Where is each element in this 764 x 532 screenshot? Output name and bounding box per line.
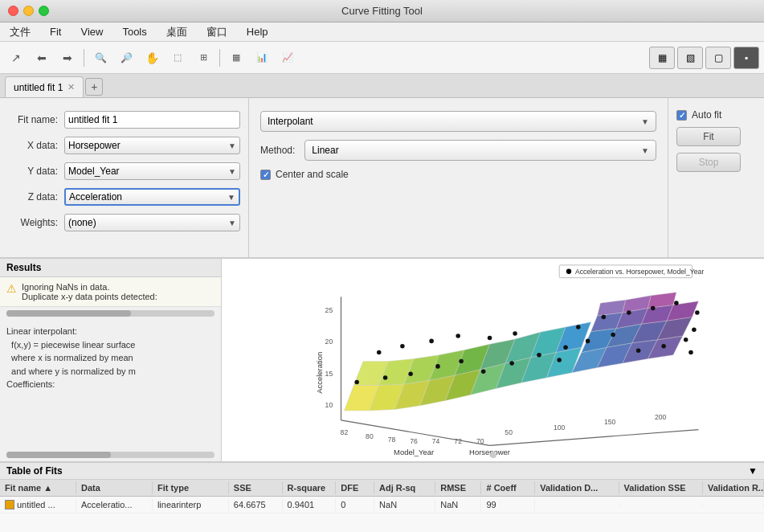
svg-point-57: [459, 359, 464, 364]
table-title-label: Table of Fits: [6, 465, 63, 477]
weights-select[interactable]: (none) ▼: [64, 214, 240, 231]
fit-type-value: Interpolant: [268, 116, 313, 127]
th-sse[interactable]: SSE: [229, 481, 283, 494]
td-vald: [535, 503, 619, 506]
svg-text:72: 72: [454, 437, 462, 445]
chart-svg: Acceleration vs. Horsepower, Model_Year …: [222, 259, 764, 461]
svg-point-53: [354, 380, 359, 385]
svg-point-68: [636, 348, 641, 353]
th-valsse[interactable]: Validation SSE: [619, 481, 703, 494]
toolbar-back-icon[interactable]: ⬅: [31, 47, 53, 69]
menu-desktop[interactable]: 桌面: [163, 23, 190, 41]
svg-text:10: 10: [325, 401, 333, 409]
toolbar-pan-icon[interactable]: ✋: [141, 47, 163, 69]
y-data-row: Y data: Model_Year ▼: [8, 162, 240, 180]
th-adjrsq[interactable]: Adj R-sq: [374, 481, 435, 494]
toolbar-graph-icon[interactable]: 📊: [251, 47, 273, 69]
menu-window[interactable]: 窗口: [203, 23, 231, 41]
menu-fit[interactable]: Fit: [47, 24, 64, 39]
toolbar-curve-icon[interactable]: 📈: [276, 47, 299, 69]
th-coeff[interactable]: # Coeff: [481, 481, 535, 494]
method-dropdown[interactable]: Linear ▼: [304, 140, 656, 161]
tab-untitled-fit-1[interactable]: untitled fit 1 ✕: [5, 76, 84, 97]
th-vald[interactable]: Validation D...: [535, 481, 619, 494]
toolbar-zoom-in-icon[interactable]: 🔍: [89, 47, 112, 69]
toolbar-grid-icon[interactable]: ▦: [225, 47, 247, 69]
th-dfe[interactable]: DFE: [336, 481, 374, 494]
th-rmse[interactable]: RMSE: [435, 481, 481, 494]
th-data[interactable]: Data: [76, 481, 153, 494]
toolbar-select-icon[interactable]: ⬚: [166, 47, 189, 69]
z-axis-label: Model_Year: [394, 448, 434, 456]
menubar: 文件 Fit View Tools 桌面 窗口 Help: [0, 23, 764, 42]
x-data-value: Horsepower: [68, 140, 121, 151]
y-data-select[interactable]: Model_Year ▼: [64, 162, 240, 180]
menu-file[interactable]: 文件: [6, 23, 34, 41]
toolbar-data-icon[interactable]: ⊞: [192, 47, 214, 69]
tab-close-button[interactable]: ✕: [67, 83, 75, 92]
tab-add-button[interactable]: +: [85, 78, 103, 96]
svg-point-56: [435, 364, 440, 369]
x-data-select[interactable]: Horsepower ▼: [64, 137, 240, 154]
toolbar-zoom-out-icon[interactable]: 🔎: [115, 47, 137, 69]
toolbar-view-single-icon[interactable]: ▢: [705, 47, 731, 69]
results-scrollbar[interactable]: [6, 310, 214, 317]
td-coeff: 99: [481, 498, 535, 511]
toolbar-arrow-icon[interactable]: ↗: [5, 47, 27, 69]
results-line-5: Coefficients:: [6, 378, 214, 391]
menu-help[interactable]: Help: [243, 24, 272, 39]
fit-name-input[interactable]: [64, 111, 240, 129]
maximize-button[interactable]: [39, 6, 49, 16]
menu-view[interactable]: View: [77, 24, 106, 39]
svg-point-75: [576, 325, 581, 329]
stop-button[interactable]: Stop: [676, 153, 741, 172]
auto-fit-checkbox[interactable]: ✓: [676, 110, 687, 121]
svg-point-79: [695, 310, 700, 315]
z-data-select[interactable]: Acceleration ▼: [64, 188, 240, 206]
fit-color-indicator: [5, 500, 14, 509]
table-collapse-icon[interactable]: ▼: [748, 465, 758, 477]
chart-area[interactable]: Acceleration vs. Horsepower, Model_Year …: [222, 259, 764, 461]
td-fitname-value: untitled ...: [17, 500, 55, 509]
z-data-arrow-icon: ▼: [227, 193, 235, 202]
close-button[interactable]: [8, 6, 18, 16]
y-data-value: Model_Year: [68, 166, 120, 177]
results-line-2: f(x,y) = piecewise linear surface: [6, 338, 214, 352]
toolbar-view-grid-icon[interactable]: ▦: [649, 47, 675, 69]
th-fitname[interactable]: Fit name ▲: [0, 481, 76, 494]
toolbar-forward-icon[interactable]: ➡: [56, 47, 79, 69]
x-data-row: X data: Horsepower ▼: [8, 137, 240, 154]
z-data-row: Z data: Acceleration ▼: [8, 188, 240, 206]
minimize-button[interactable]: [23, 6, 34, 16]
auto-fit-check-icon: ✓: [679, 111, 685, 120]
table-row[interactable]: untitled ... Acceleratio... linearinterp…: [0, 497, 764, 514]
results-line-1: Linear interpolant:: [6, 325, 214, 338]
fit-button[interactable]: Fit: [676, 127, 741, 146]
toolbar-separator-1: [84, 49, 84, 67]
svg-text:74: 74: [432, 437, 440, 445]
fit-type-dropdown[interactable]: Interpolant ▼: [260, 111, 656, 132]
svg-point-72: [627, 310, 631, 315]
td-fitname: untitled ...: [0, 498, 76, 511]
toolbar-view-dark-icon[interactable]: ▪: [733, 47, 759, 69]
center-scale-checkbox[interactable]: ✓: [260, 170, 271, 180]
toolbar-view-split-icon[interactable]: ▧: [677, 47, 703, 69]
weights-value: (none): [68, 217, 96, 228]
th-rsquare[interactable]: R-square: [283, 481, 337, 494]
td-fittype: linearinterp: [153, 498, 229, 511]
svg-text:50: 50: [505, 428, 513, 436]
fit-name-label: Fit name:: [8, 114, 64, 125]
svg-point-78: [488, 336, 492, 341]
th-fittype[interactable]: Fit type: [153, 481, 229, 494]
results-content: ⚠ Ignoring NaNs in data.Duplicate x-y da…: [0, 277, 221, 461]
titlebar: Curve Fitting Tool: [0, 0, 764, 23]
menu-tools[interactable]: Tools: [119, 24, 149, 39]
results-bottom-scrollbar[interactable]: [6, 452, 214, 458]
z-data-value: Acceleration: [69, 191, 122, 203]
th-valr[interactable]: Validation R...: [703, 481, 764, 494]
svg-point-60: [429, 339, 434, 344]
svg-text:20: 20: [325, 338, 333, 346]
svg-point-73: [651, 306, 656, 311]
weights-row: Weights: (none) ▼: [8, 214, 240, 231]
x-data-label: X data:: [8, 140, 64, 151]
